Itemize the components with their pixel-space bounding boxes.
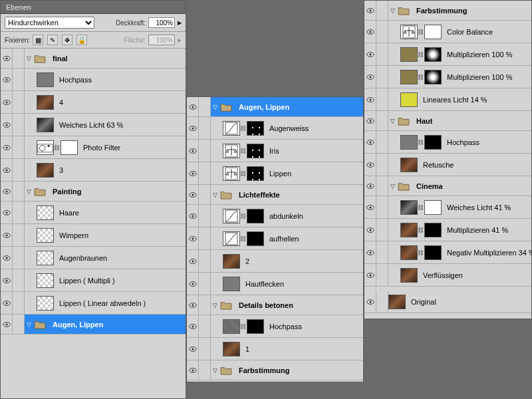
visibility-icon[interactable] — [1, 292, 13, 314]
twisty-icon[interactable] — [25, 188, 33, 195]
layer-label[interactable]: Hochpass — [54, 76, 186, 84]
visibility-icon[interactable] — [1, 136, 13, 158]
group-label[interactable]: Details betonen — [233, 301, 363, 309]
layer-thumb[interactable] — [400, 268, 418, 283]
layer-original[interactable]: Original — [364, 291, 531, 313]
layer-label[interactable]: Multiplizieren 100 % — [442, 51, 531, 59]
visibility-icon[interactable] — [364, 264, 376, 286]
layer-photo-filter[interactable]: ⛓Photo Filter — [1, 136, 186, 159]
layer-label[interactable]: Original — [406, 298, 531, 306]
visibility-icon[interactable] — [187, 273, 199, 295]
layer-label[interactable]: Multiplizieren 100 % — [442, 73, 531, 81]
group-details[interactable]: Details betonen — [187, 295, 363, 315]
visibility-icon[interactable] — [187, 227, 199, 249]
balance-icon[interactable] — [223, 166, 240, 181]
layer-hochpass-3[interactable]: ⛓Hochpass — [364, 131, 531, 154]
balance-icon[interactable] — [400, 25, 418, 39]
mask-thumb[interactable] — [247, 121, 264, 136]
mask-thumb[interactable] — [424, 47, 442, 62]
layer-thumb[interactable] — [400, 70, 418, 84]
group-augen-lippen[interactable]: Augen, Lippen — [1, 315, 186, 334]
mask-thumb[interactable] — [247, 319, 264, 334]
layer-thumb[interactable] — [400, 92, 418, 107]
layer-mult-41[interactable]: ⛓Multiplizieren 41 % — [364, 219, 531, 241]
group-label[interactable]: Lichteffekte — [233, 191, 363, 199]
layer-4[interactable]: 4 — [1, 91, 186, 114]
group-farbstimmung[interactable]: Farbstimmung — [364, 1, 531, 21]
mask-thumb[interactable] — [424, 70, 442, 84]
layer-label[interactable]: Verflüssigen — [418, 271, 531, 279]
layer-label[interactable]: Photo Filter — [78, 144, 186, 152]
visibility-icon[interactable] — [364, 1, 376, 20]
layer-label[interactable]: Lippen — [264, 170, 363, 178]
layer-hochpass[interactable]: Hochpass — [1, 68, 186, 91]
layer-aufhellen[interactable]: ⛓aufhellen — [187, 227, 363, 250]
fill-chevron-icon[interactable]: ▶ — [178, 37, 182, 43]
layer-lippen-multipli[interactable]: Lippen ( Multipli ) — [1, 269, 186, 292]
visibility-icon[interactable] — [364, 43, 376, 65]
twisty-icon[interactable] — [388, 7, 396, 14]
visibility-icon[interactable] — [364, 291, 376, 313]
visibility-icon[interactable] — [364, 111, 376, 130]
layer-label[interactable]: Augenweiss — [264, 124, 363, 132]
group-farbstimmung[interactable]: Farbstimmung — [187, 360, 363, 380]
layer-label[interactable]: Negativ Multiplizieren 34 % — [442, 249, 531, 257]
mask-thumb[interactable] — [247, 209, 264, 223]
visibility-icon[interactable] — [1, 315, 13, 334]
layer-thumb[interactable] — [400, 158, 418, 172]
layer-label[interactable]: aufhellen — [264, 235, 363, 243]
layer-thumb[interactable] — [400, 223, 418, 237]
lock-move-icon[interactable]: ✥ — [62, 35, 72, 45]
layer-thumb[interactable] — [37, 95, 54, 110]
visibility-icon[interactable] — [187, 360, 199, 380]
group-cinema[interactable]: Cinema — [364, 176, 531, 196]
layer-hochpass-2[interactable]: ⛓Hochpass — [187, 315, 363, 338]
layer-label[interactable]: Augenbraunen — [54, 254, 186, 262]
group-label[interactable]: Farbstimmung — [411, 7, 531, 15]
layer-label[interactable]: Hautflecken — [240, 280, 363, 288]
visibility-icon[interactable] — [1, 201, 13, 223]
twisty-icon[interactable] — [25, 55, 33, 62]
curves-icon[interactable] — [223, 231, 240, 246]
mask-thumb[interactable] — [424, 135, 442, 150]
lock-brush-icon[interactable]: ✎ — [47, 35, 58, 45]
layer-label[interactable]: abdunkeln — [264, 212, 363, 220]
layer-label[interactable]: Weiches Licht 41 % — [442, 203, 531, 211]
layer-label[interactable]: Weiches Licht 63 % — [54, 121, 186, 129]
layer-2[interactable]: 2 — [187, 250, 363, 273]
visibility-icon[interactable] — [364, 196, 376, 218]
visibility-icon[interactable] — [187, 97, 199, 116]
layer-verfluessigen[interactable]: Verflüssigen — [364, 264, 531, 287]
layer-thumb[interactable] — [400, 135, 418, 150]
visibility-icon[interactable] — [1, 68, 13, 90]
group-final[interactable]: final — [1, 49, 186, 68]
visibility-icon[interactable] — [1, 247, 13, 269]
layer-weiches-licht[interactable]: Weiches Licht 63 % — [1, 114, 186, 136]
visibility-icon[interactable] — [187, 140, 199, 162]
visibility-icon[interactable] — [187, 205, 199, 227]
layer-label[interactable]: Lippen ( Linear abwedeln ) — [54, 299, 186, 307]
blend-mode-select[interactable]: Hindurchwirken — [5, 17, 94, 29]
layer-label[interactable]: Wimpern — [54, 231, 186, 239]
visibility-icon[interactable] — [364, 66, 376, 88]
mask-thumb[interactable] — [424, 25, 442, 39]
layer-label[interactable]: Lineares Licht 14 % — [418, 96, 531, 104]
visibility-icon[interactable] — [364, 176, 376, 196]
layer-label[interactable]: 4 — [54, 98, 186, 106]
visibility-icon[interactable] — [1, 269, 13, 291]
layer-wimpern[interactable]: Wimpern — [1, 224, 186, 247]
layer-thumb[interactable] — [37, 296, 54, 311]
panel-header[interactable]: Ebenen — [1, 1, 186, 14]
visibility-icon[interactable] — [187, 185, 199, 204]
mask-thumb[interactable] — [61, 140, 78, 155]
mask-thumb[interactable] — [247, 144, 264, 158]
twisty-icon[interactable] — [211, 104, 219, 110]
group-painting[interactable]: Painting — [1, 182, 186, 201]
layer-augenbraunen[interactable]: Augenbraunen — [1, 247, 186, 269]
visibility-icon[interactable] — [1, 49, 13, 68]
group-label[interactable]: Painting — [47, 188, 186, 196]
group-augen-lippen[interactable]: Augen, Lippen — [187, 97, 363, 117]
mask-thumb[interactable] — [247, 231, 264, 246]
layer-thumb[interactable] — [37, 118, 54, 132]
layer-thumb[interactable] — [223, 319, 240, 334]
